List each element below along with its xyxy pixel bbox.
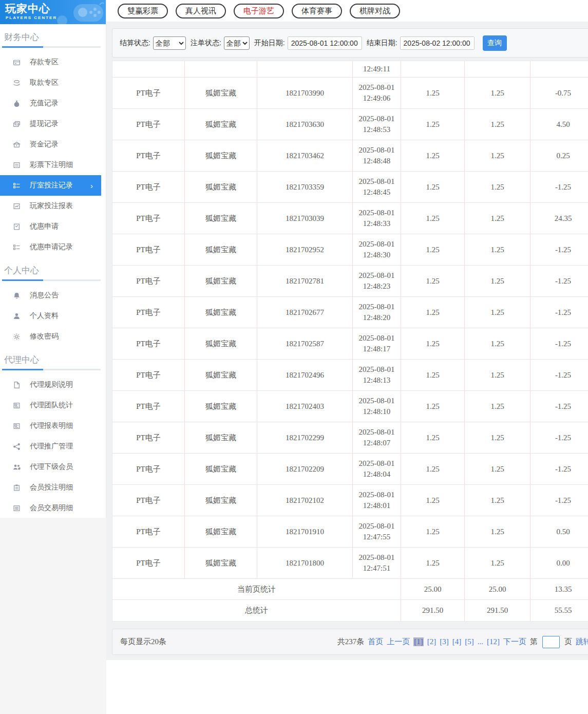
start-date-input[interactable] [288, 36, 362, 50]
winloss-cell: 0.50 [530, 516, 588, 548]
valid-bet-cell: 1.25 [465, 485, 530, 516]
platform-cell: PT电子 [112, 360, 185, 391]
tab-体育赛事[interactable]: 体育赛事 [292, 4, 342, 18]
winloss-cell: -1.25 [530, 422, 588, 454]
winloss-cell: -1.25 [530, 391, 588, 422]
datetime-cell: 2025-08-01 12:49:06 [353, 78, 401, 109]
datetime-cell: 2025-08-01 12:48:48 [353, 140, 401, 172]
order-no-cell: 1821703630 [257, 109, 353, 140]
winloss-cell: -1.25 [530, 485, 588, 516]
sidebar-item-彩票下注明细[interactable]: 彩票下注明细 [0, 155, 106, 175]
platform-cell: PT电子 [112, 140, 185, 172]
winloss-cell: -1.25 [530, 360, 588, 391]
total-stats-value-1: 291.50 [465, 600, 530, 621]
page-link[interactable]: [3] [440, 637, 449, 646]
bet-amount-cell: 1.25 [401, 360, 465, 391]
datetime-cell: 2025-08-01 12:47:55 [353, 516, 401, 548]
section-title: 代理中心 [0, 347, 106, 369]
order-no-cell: 1821702781 [257, 266, 353, 297]
bet-amount-cell: 1.25 [401, 454, 465, 485]
sidebar-item-存款专区[interactable]: 存款专区 [0, 52, 106, 72]
datetime-cell: 2025-08-01 12:48:33 [353, 203, 401, 234]
sidebar-item-消息公告[interactable]: 消息公告 [0, 285, 106, 306]
bet-amount-cell: 1.25 [401, 109, 465, 140]
tab-电子游艺[interactable]: 电子游艺 [234, 4, 284, 18]
bet-amount-cell: 1.25 [401, 485, 465, 516]
sidebar-item-玩家投注报表[interactable]: 玩家投注报表 [0, 196, 106, 216]
valid-bet-cell: 1.25 [465, 109, 530, 140]
winloss-cell: 24.35 [530, 203, 588, 234]
platform-cell: PT电子 [112, 297, 185, 328]
page-link[interactable]: [4] [452, 637, 462, 646]
valid-bet-cell: 1.25 [465, 78, 530, 109]
datetime-cell: 2025-08-01 12:48:45 [353, 172, 401, 203]
platform-cell: PT电子 [112, 266, 185, 297]
report-icon [13, 202, 21, 210]
order-no-cell: 1821702496 [257, 360, 353, 391]
next-page-link[interactable]: 下一页 [503, 637, 526, 647]
start-date-label: 开始日期: [254, 39, 285, 48]
end-date-input[interactable] [400, 36, 475, 50]
page-stats-value-2: 13.35 [530, 579, 588, 600]
bets-table-panel: 12:49:11PT电子狐媚宝藏18217039902025-08-01 12:… [112, 61, 588, 622]
main-area: 雙赢彩票真人视讯电子游艺体育赛事棋牌对战 结算状态: 全部 注单状态: 全部 开… [106, 0, 588, 714]
bet-status-select[interactable]: 全部 [224, 36, 250, 50]
page-link[interactable]: [2] [427, 637, 437, 646]
valid-bet-cell: 1.25 [465, 172, 530, 203]
game-category-tabs: 雙赢彩票真人视讯电子游艺体育赛事棋牌对战 [106, 0, 588, 22]
bet-amount-cell: 1.25 [401, 297, 465, 328]
first-page-link[interactable]: 首页 [368, 637, 383, 647]
partial-row-cell [401, 61, 465, 78]
prev-page-link[interactable]: 上一页 [387, 637, 410, 647]
section-divider [2, 46, 101, 48]
page-link-current[interactable]: [1] [413, 637, 424, 646]
jump-button[interactable]: 跳转 [576, 637, 588, 647]
sidebar-item-修改密码[interactable]: 修改密码 [0, 326, 106, 347]
tab-真人视讯[interactable]: 真人视讯 [176, 4, 226, 18]
document-icon [13, 381, 21, 389]
tab-棋牌对战[interactable]: 棋牌对战 [350, 4, 400, 18]
sidebar-item-资金记录[interactable]: 资金记录 [0, 134, 106, 155]
order-no-cell: 1821701800 [257, 548, 353, 579]
game-name-cell: 狐媚宝藏 [185, 266, 257, 297]
bell-icon [13, 292, 21, 299]
sidebar-item-代理下级会员[interactable]: 代理下级会员 [0, 457, 106, 477]
moneybag-icon [13, 100, 21, 107]
sidebar-item-代理报表明细[interactable]: 代理报表明细 [0, 416, 106, 436]
sidebar-item-厅室投注记录[interactable]: 厅室投注记录› [0, 175, 101, 196]
sidebar-item-会员交易明细[interactable]: 会员交易明细 [0, 498, 106, 518]
settle-status-select[interactable]: 全部 [153, 36, 186, 50]
sidebar-item-优惠申请记录[interactable]: 优惠申请记录 [0, 237, 106, 257]
page-link[interactable]: [5] [465, 637, 474, 646]
valid-bet-cell: 1.25 [465, 454, 530, 485]
winloss-cell: -1.25 [530, 234, 588, 266]
sidebar-item-label: 充值记录 [30, 99, 59, 108]
datetime-cell: 2025-08-01 12:48:20 [353, 297, 401, 328]
valid-bet-cell: 1.25 [465, 391, 530, 422]
datetime-cell: 2025-08-01 12:48:30 [353, 234, 401, 266]
logo: 玩家中心 PLAYERS CENTER [0, 0, 106, 24]
partial-row-cell [530, 61, 588, 78]
sidebar-item-会员投注明细[interactable]: 会员投注明细 [0, 477, 106, 498]
sidebar-item-代理团队统计[interactable]: 代理团队统计 [0, 395, 106, 416]
winloss-cell: -1.25 [530, 454, 588, 485]
sidebar-item-优惠申请[interactable]: 优惠申请 [0, 216, 106, 237]
sidebar-item-代理规则说明[interactable]: 代理规则说明 [0, 374, 106, 395]
game-name-cell: 狐媚宝藏 [185, 360, 257, 391]
datetime-cell: 2025-08-01 12:48:07 [353, 422, 401, 454]
sidebar-item-个人资料[interactable]: 个人资料 [0, 306, 106, 326]
sidebar-item-label: 消息公告 [30, 291, 59, 300]
sidebar-item-提现记录[interactable]: 提现记录 [0, 114, 106, 134]
jump-page-input[interactable] [542, 636, 560, 648]
sidebar-item-代理推广管理[interactable]: 代理推广管理 [0, 436, 106, 457]
page-link[interactable]: [12] [487, 637, 500, 646]
query-button[interactable]: 查询 [483, 35, 507, 51]
sidebar-item-label: 会员交易明细 [30, 503, 73, 513]
winloss-cell: -1.25 [530, 297, 588, 328]
platform-cell: PT电子 [112, 234, 185, 266]
tab-雙赢彩票[interactable]: 雙赢彩票 [118, 4, 168, 18]
funds-icon [13, 141, 21, 148]
per-page-label: 每页显示20条 [120, 637, 166, 647]
sidebar-item-充值记录[interactable]: 充值记录 [0, 93, 106, 114]
sidebar-item-取款专区[interactable]: 取款专区 [0, 72, 106, 93]
